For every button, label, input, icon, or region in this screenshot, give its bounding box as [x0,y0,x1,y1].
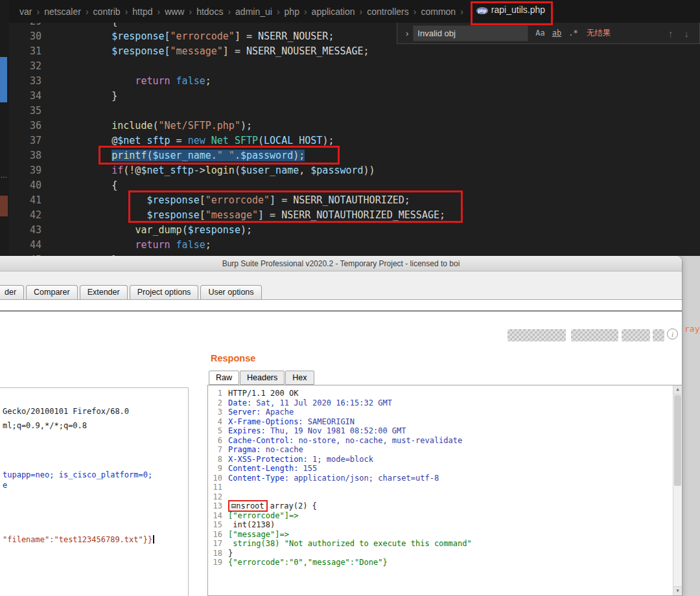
code-text: $response["errorcode"] = NSERR_NOUSER; [65,29,334,44]
code-line[interactable]: 36 include("Net/SFTP.php"); [9,119,700,133]
response-line: 5Expires: Thu, 19 Nov 1981 08:52:00 GMT [208,426,682,436]
response-line-text: {"errorcode":"0","message":"Done"} [228,558,388,567]
response-subtabs: RawHeadersHex [209,370,315,385]
line-number: 32 [9,59,41,74]
response-line: 15 int(2138) [208,520,682,530]
response-line-number: 11 [208,483,222,492]
breadcrumb-item[interactable]: www [165,6,184,17]
code-line[interactable]: 31 $response["message"] = NSERR_NOUSER_M… [9,44,700,59]
code-line[interactable]: 38 printf($user_name." ".$password); [9,148,700,163]
response-line-number: 10 [208,474,222,483]
code-line[interactable]: 45 } [9,253,700,256]
response-line-text: ⊟nsrootarray(2) { [228,501,317,511]
code-line[interactable]: 44 return false; [9,238,700,253]
line-number: 31 [9,44,41,59]
scroll-down-icon[interactable]: ▼ [673,586,682,595]
find-input[interactable] [413,25,528,41]
response-line: 1HTTP/1.1 200 OK [208,389,682,398]
breadcrumb-item[interactable]: controllers [367,6,409,17]
scroll-up-icon[interactable]: ▲ [673,385,682,395]
burp-tab-comparer[interactable]: Comparer [26,285,78,299]
response-subtab-headers[interactable]: Headers [240,371,285,385]
find-widget: › Aa ab .* 无结果 ↑ ↓ [397,23,700,44]
scrollbar-thumb[interactable] [674,395,681,486]
code-line[interactable]: 40 { [9,178,700,193]
response-line: 11 [208,483,682,492]
regex-icon[interactable]: .* [568,29,578,38]
code-line[interactable]: 33 return false; [9,74,700,89]
burp-tab-extender[interactable]: Extender [80,285,128,299]
response-line-number: 8 [208,455,222,464]
code-line[interactable]: 34 } [9,89,700,104]
line-number: 33 [9,74,41,89]
background-text-fragment: ray [684,324,699,334]
code-line[interactable]: 32 [9,59,700,74]
code-editor: 29 {30 $response["errorcode"] = NSERR_NO… [0,0,700,256]
burp-tab-user-options[interactable]: User options [200,285,261,299]
code-text: $response["message"] = NSERR_NOTAUTHORIZ… [65,208,445,223]
breadcrumb-item[interactable]: contrib [93,6,121,17]
burp-menu-band [0,271,682,285]
code-line[interactable]: 35 [9,104,700,119]
breadcrumb-file[interactable]: rapi_utils.php [491,5,545,15]
request-text: Gecko/20100101 Firefox/68.0 [3,407,129,416]
burp-tab-project-options[interactable]: Project options [130,285,199,299]
whole-word-icon[interactable]: ab [552,29,561,38]
burp-title-bar[interactable]: Burp Suite Professional v2020.2 - Tempor… [0,256,682,271]
breadcrumb-separator-icon: › [228,6,231,17]
burp-window: Burp Suite Professional v2020.2 - Tempor… [0,256,682,596]
find-previous-icon[interactable]: ↑ [668,28,673,39]
breadcrumb-item[interactable]: php [285,6,299,17]
info-icon[interactable]: i [667,328,678,339]
response-line: 13⊟nsrootarray(2) { [208,501,682,511]
code-text: } [65,89,117,104]
overflow-dots-icon: ... [1,172,8,179]
request-editor[interactable]: Gecko/20100101 Firefox/68.0 ml;q=0.9,*/*… [0,387,189,596]
code-line[interactable]: 41 $response["errorcode"] = NSERR_NOTAUT… [9,193,700,208]
line-number: 43 [9,223,41,238]
code-text: return false; [65,74,211,89]
breadcrumb-separator-icon: › [189,6,192,17]
breadcrumb-item[interactable]: admin_ui [235,6,272,17]
response-label: Response [211,353,255,363]
code-text: $response["message"] = NSERR_NOUSER_MESS… [65,44,369,59]
response-line-number: 5 [208,426,222,436]
burp-divider [0,310,682,312]
find-result-count: 无结果 [587,28,611,39]
response-line-text: int(2138) [228,520,275,530]
response-subtab-raw[interactable]: Raw [209,371,239,385]
response-line: 19{"errorcode":"0","message":"Done"} [208,558,682,567]
code-line[interactable]: 39 if(!@$net_sftp->login($user_name, $pa… [9,163,700,178]
response-line-text: Pragma: no-cache [228,445,303,455]
breadcrumb-separator-icon: › [36,6,40,17]
response-line-text: HTTP/1.1 200 OK [228,389,298,398]
breadcrumb-item[interactable]: var [19,6,32,17]
code-line[interactable]: 37 @$net_sftp = new Net_SFTP(LOCAL_HOST)… [9,133,700,148]
find-next-icon[interactable]: ↓ [684,28,690,39]
find-replace-toggle-icon[interactable]: › [401,29,413,38]
breadcrumb-item[interactable]: application [312,6,355,17]
response-line-number: 2 [208,398,222,408]
breadcrumb-item[interactable]: common [421,6,456,17]
line-number: 37 [9,133,41,148]
breadcrumb-item[interactable]: netscaler [44,6,81,17]
breadcrumb-item[interactable]: httpd [132,6,152,17]
code-line[interactable]: 43 var_dump($response); [9,223,700,238]
response-line-number: 6 [208,436,222,446]
code-line[interactable]: 42 $response["message"] = NSERR_NOTAUTHO… [9,208,700,223]
code-lines: 29 {30 $response["errorcode"] = NSERR_NO… [9,14,700,256]
request-body-text: "filename":"test123456789.txt"}} [3,535,154,544]
breadcrumb-separator-icon: › [86,6,89,17]
response-viewer[interactable]: 1HTTP/1.1 200 OK2Date: Sat, 11 Jul 2020 … [207,385,682,596]
match-case-icon[interactable]: Aa [535,29,544,38]
breadcrumb-item[interactable]: htdocs [196,6,223,17]
response-line-number: 13 [208,501,222,511]
censored-block [508,329,566,341]
response-line-number: 14 [208,511,222,521]
response-line: 8X-XSS-Protection: 1; mode=block [208,455,682,464]
burp-tab-row: derComparerExtenderProject optionsUser o… [0,285,682,300]
response-line-number: 1 [208,389,222,398]
burp-tab-der[interactable]: der [0,285,24,299]
response-subtab-hex[interactable]: Hex [285,371,314,385]
response-scrollbar[interactable]: ▲ ▼ [673,385,682,595]
